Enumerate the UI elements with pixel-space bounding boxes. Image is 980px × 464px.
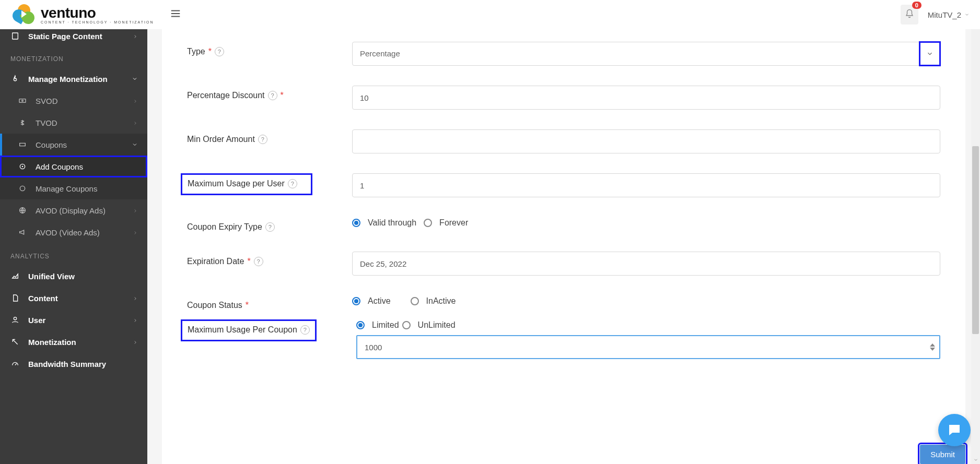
- label-text: Type: [187, 47, 205, 56]
- external-icon: [10, 337, 20, 347]
- sidebar-item-monetization-analytics[interactable]: Monetization: [0, 331, 147, 353]
- scroll-thumb[interactable]: [972, 146, 979, 334]
- help-icon[interactable]: ?: [300, 325, 310, 335]
- field-percentage-discount: [352, 86, 940, 110]
- help-icon[interactable]: ?: [254, 257, 263, 266]
- file-icon: [10, 293, 20, 303]
- sidebar-item-label: Bandwidth Summary: [28, 360, 106, 368]
- chevron-right-icon: [133, 228, 138, 237]
- radio-limited[interactable]: [356, 321, 365, 329]
- type-select[interactable]: Percentage: [352, 42, 940, 66]
- sidebar-item-label: TVOD: [36, 118, 57, 127]
- sidebar-item-manage-monetization[interactable]: Manage Monetization: [0, 68, 147, 90]
- row-min-order: Min Order Amount ?: [187, 129, 940, 153]
- max-coupon-input-wrap: [356, 335, 940, 359]
- svg-point-4: [22, 166, 24, 168]
- app-header: ventuno CONTENT · TECHNOLOGY · MONETIZAT…: [0, 0, 980, 29]
- label-text: Percentage Discount: [187, 91, 265, 100]
- submit-button[interactable]: Submit: [920, 445, 965, 464]
- sidebar-item-avod-display[interactable]: AVOD (Display Ads): [0, 199, 147, 221]
- radio-valid-through[interactable]: [352, 219, 360, 227]
- label-min-order: Min Order Amount ?: [187, 129, 352, 144]
- radio-forever[interactable]: [424, 219, 432, 227]
- sidebar-item-label: Add Coupons: [36, 162, 83, 171]
- sidebar-item-avod-video[interactable]: AVOD (Video Ads): [0, 221, 147, 243]
- label-text: Maximum Usage Per Coupon: [188, 325, 297, 335]
- chevron-down-icon: [132, 140, 138, 149]
- radio-active[interactable]: [352, 297, 360, 305]
- help-icon[interactable]: ?: [268, 91, 277, 100]
- help-icon[interactable]: ?: [288, 179, 297, 188]
- logo-mark-icon: [14, 4, 34, 25]
- row-type: Type * ? Percentage: [187, 42, 940, 66]
- chevron-right-icon: [133, 32, 138, 41]
- required-mark: *: [208, 47, 212, 56]
- help-icon[interactable]: ?: [265, 222, 275, 232]
- type-select-caret[interactable]: [920, 43, 939, 65]
- brand-logo[interactable]: ventuno CONTENT · TECHNOLOGY · MONETIZAT…: [0, 4, 154, 25]
- record-icon: [18, 184, 27, 193]
- sidebar-item-svod[interactable]: SVOD: [0, 90, 147, 112]
- flame-icon: [10, 74, 20, 84]
- label-coupon-status: Coupon Status *: [187, 295, 352, 310]
- megaphone-icon: [18, 228, 27, 237]
- svg-point-6: [22, 188, 24, 189]
- radio-inactive[interactable]: [411, 297, 419, 305]
- expiration-date-input[interactable]: [352, 252, 940, 276]
- chevron-right-icon: [133, 97, 138, 105]
- sidebar-item-bandwidth-summary[interactable]: Bandwidth Summary: [0, 353, 147, 375]
- sidebar-item-label: User: [28, 316, 45, 325]
- sidebar-item-unified-view[interactable]: Unified View: [0, 265, 147, 287]
- number-spinner[interactable]: [928, 338, 937, 356]
- label-percentage-discount: Percentage Discount ? *: [187, 86, 352, 100]
- row-percentage-discount: Percentage Discount ? *: [187, 86, 940, 110]
- help-icon[interactable]: ?: [258, 135, 267, 144]
- required-mark: *: [246, 301, 249, 310]
- label-text: Maximum Usage per User: [188, 179, 285, 188]
- person-icon: [10, 315, 20, 325]
- percentage-discount-input[interactable]: [352, 86, 940, 110]
- chat-launcher[interactable]: [938, 414, 971, 446]
- sidebar-item-add-coupons[interactable]: Add Coupons: [0, 156, 147, 177]
- hamburger-icon: [170, 8, 181, 19]
- submit-wrap: Submit: [920, 445, 965, 464]
- max-per-user-input[interactable]: [352, 173, 940, 197]
- field-type: Percentage: [352, 42, 940, 66]
- label-type: Type * ?: [187, 42, 352, 56]
- required-mark: *: [247, 257, 250, 266]
- label-max-per-user: Maximum Usage per User ?: [181, 173, 312, 195]
- globe-icon: [18, 206, 27, 215]
- field-expiration-date: [352, 252, 940, 276]
- sidebar-item-manage-coupons[interactable]: Manage Coupons: [0, 177, 147, 199]
- svg-point-8: [14, 317, 16, 320]
- field-coupon-status: Active InActive: [352, 295, 940, 306]
- sidebar-item-label: Manage Coupons: [36, 184, 97, 193]
- sidebar-item-static-page-content[interactable]: Static Page Content: [0, 29, 147, 46]
- brand-tagline: CONTENT · TECHNOLOGY · MONETIZATION: [41, 20, 154, 24]
- sidebar-item-coupons[interactable]: Coupons: [0, 134, 147, 156]
- sidebar-item-label: AVOD (Display Ads): [36, 206, 106, 215]
- sidebar-item-content-analytics[interactable]: Content: [0, 287, 147, 309]
- sidebar-item-user-analytics[interactable]: User: [0, 309, 147, 331]
- label-text: Coupon Status: [187, 301, 242, 310]
- scroll-down-button[interactable]: [971, 455, 980, 464]
- menu-toggle-button[interactable]: [170, 8, 181, 21]
- sidebar: Static Page Content MONETIZATION Manage …: [0, 29, 147, 464]
- row-coupon-status: Coupon Status * Active InActive: [187, 295, 940, 310]
- help-icon[interactable]: ?: [215, 47, 224, 56]
- sidebar-item-label: Content: [28, 294, 58, 303]
- dollar-icon: [18, 118, 27, 127]
- spin-down-icon: [930, 348, 935, 351]
- chart-area-icon: [10, 271, 20, 281]
- label-expiration-date: Expiration Date * ?: [187, 252, 352, 266]
- svg-rect-0: [13, 33, 18, 39]
- radio-unlimited[interactable]: [402, 321, 411, 329]
- user-menu[interactable]: MituTV_2: [928, 10, 970, 19]
- sidebar-item-tvod[interactable]: TVOD: [0, 112, 147, 134]
- notifications-button[interactable]: 0: [901, 5, 918, 25]
- max-per-coupon-input[interactable]: [357, 336, 939, 358]
- min-order-input[interactable]: [352, 129, 940, 153]
- row-max-per-user: Maximum Usage per User ?: [187, 173, 940, 197]
- sidebar-item-label: Unified View: [28, 272, 75, 281]
- vertical-scrollbar[interactable]: [971, 0, 980, 464]
